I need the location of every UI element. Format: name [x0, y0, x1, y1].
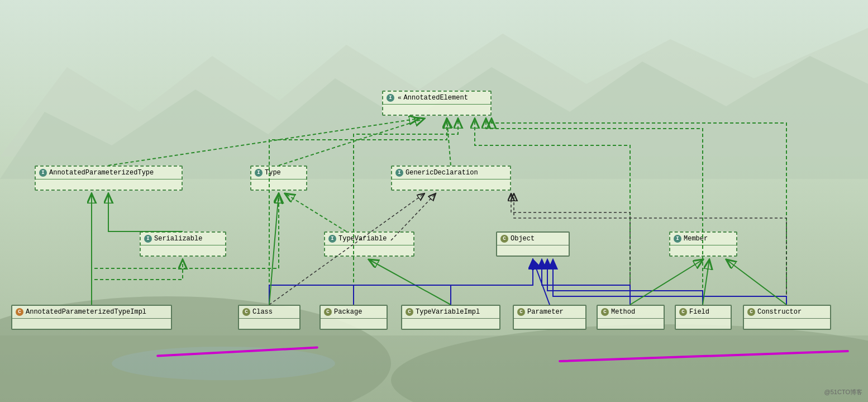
- icon-interface: I: [255, 169, 263, 177]
- box-label: AnnotatedParameterizedTypeImpl: [26, 308, 146, 316]
- box-label: Constructor: [757, 308, 802, 316]
- box-parameter: C Parameter: [513, 305, 586, 330]
- icon-interface: I: [395, 169, 403, 177]
- icon-class: C: [500, 235, 508, 243]
- icon-class: C: [406, 308, 413, 316]
- icon-interface: I: [144, 235, 152, 243]
- icon-class-abstract: C: [16, 308, 23, 316]
- box-label: Type: [265, 169, 281, 177]
- box-field: C Field: [675, 305, 732, 330]
- magenta-underline-2: [559, 350, 849, 362]
- box-label: Parameter: [527, 308, 564, 316]
- box-package: C Package: [319, 305, 388, 330]
- box-label: TypeVariableImpl: [416, 308, 480, 316]
- box-label: TypeVariable: [338, 235, 387, 243]
- box-type-variable-impl: C TypeVariableImpl: [401, 305, 500, 330]
- box-label: Member: [684, 235, 708, 243]
- box-label: AnnotatedElement: [404, 94, 468, 102]
- box-constructor: C Constructor: [743, 305, 831, 330]
- icon-class: C: [747, 308, 755, 316]
- icon-interface: I: [387, 94, 394, 102]
- box-label: Class: [252, 308, 273, 316]
- box-annotated-parameterized-type: I AnnotatedParameterizedType: [35, 165, 183, 191]
- box-generic-declaration: I GenericDeclaration: [391, 165, 511, 191]
- box-label: Serializable: [154, 235, 202, 243]
- icon-class: C: [242, 308, 250, 316]
- box-serializable: I Serializable: [140, 231, 226, 257]
- box-method: C Method: [597, 305, 665, 330]
- box-class: C Class: [238, 305, 301, 330]
- box-type-variable: I TypeVariable: [324, 231, 414, 257]
- box-label: AnnotatedParameterizedType: [49, 169, 154, 177]
- box-type: I Type: [250, 165, 307, 191]
- diagram-container: I « AnnotatedElement I AnnotatedParamete…: [0, 0, 868, 402]
- icon-class: C: [601, 308, 609, 316]
- icon-class: C: [679, 308, 687, 316]
- icon-interface: I: [39, 169, 47, 177]
- stereotype-label: «: [398, 94, 402, 101]
- box-annotated-parameterized-type-impl: C AnnotatedParameterizedTypeImpl: [11, 305, 172, 330]
- box-member: I Member: [669, 231, 737, 257]
- icon-interface: I: [328, 235, 336, 243]
- box-label: GenericDeclaration: [406, 169, 478, 177]
- box-label: Package: [334, 308, 362, 316]
- box-label: Object: [511, 235, 535, 243]
- icon-class: C: [324, 308, 332, 316]
- box-label: Field: [689, 308, 709, 316]
- magenta-underline-1: [156, 346, 318, 357]
- box-object: C Object: [496, 231, 570, 257]
- icon-class: C: [517, 308, 525, 316]
- box-annotated-element: I « AnnotatedElement: [382, 91, 492, 116]
- icon-interface: I: [674, 235, 681, 243]
- box-label: Method: [611, 308, 635, 316]
